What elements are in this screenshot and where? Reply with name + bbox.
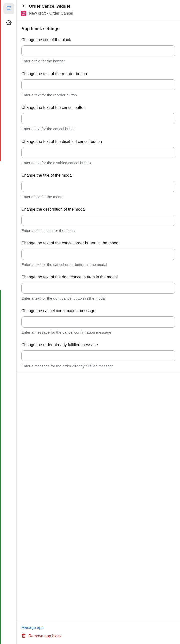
- sidebar-item-settings[interactable]: [3, 18, 14, 29]
- field-help: Enter a message for the cancel confirmat…: [21, 330, 175, 335]
- field-reorder-button-text: Change the text of the reorder button En…: [21, 71, 175, 98]
- field-modal-title: Change the title of the modal Enter a ti…: [21, 172, 175, 199]
- remove-app-block-button[interactable]: Remove app block: [21, 633, 175, 639]
- block-title-input[interactable]: [21, 45, 175, 56]
- left-sidebar: [1, 0, 17, 644]
- field-already-fulfilled-message: Change the order already fulfilled messa…: [21, 342, 175, 369]
- panel-header: Order Cancel widget new craft New craft …: [17, 0, 180, 20]
- field-label: Change the description of the modal: [21, 206, 175, 212]
- manage-app-link[interactable]: Manage app: [21, 625, 175, 630]
- chevron-left-icon: [21, 4, 26, 9]
- section-icon: [6, 5, 12, 12]
- reorder-button-text-input[interactable]: [21, 79, 175, 90]
- field-label: Change the text of the reorder button: [21, 71, 175, 77]
- cancel-confirmation-message-input[interactable]: [21, 316, 175, 328]
- page-title: Order Cancel widget: [29, 4, 70, 9]
- field-label: Change the text of the disabled cancel b…: [21, 139, 175, 145]
- modal-dont-cancel-text-input[interactable]: [21, 283, 175, 294]
- svg-rect-0: [7, 7, 11, 9]
- field-label: Change the text of the cancel order butt…: [21, 240, 175, 246]
- field-help: Enter a text for the reorder button: [21, 92, 175, 98]
- field-label: Change the title of the modal: [21, 172, 175, 178]
- divider: [17, 372, 180, 372]
- app-name: New craft - Order Cancel: [29, 11, 73, 16]
- section-title: App block settings: [21, 26, 175, 31]
- field-help: Enter a title for the modal: [21, 194, 175, 199]
- field-modal-cancel-order-text: Change the text of the cancel order butt…: [21, 240, 175, 267]
- main-panel: Order Cancel widget new craft New craft …: [17, 0, 180, 644]
- settings-content: App block settings Change the title of t…: [17, 20, 180, 621]
- field-label: Change the text of the dont cancel butto…: [21, 274, 175, 280]
- modal-title-input[interactable]: [21, 181, 175, 192]
- field-label: Change the text of the cancel button: [21, 105, 175, 111]
- back-button[interactable]: [21, 4, 26, 9]
- panel-footer: Manage app Remove app block: [17, 621, 180, 644]
- sidebar-item-sections[interactable]: [3, 3, 14, 14]
- cancel-button-text-input[interactable]: [21, 113, 175, 124]
- field-help: Enter a message for the order already fu…: [21, 363, 175, 369]
- field-disabled-cancel-button-text: Change the text of the disabled cancel b…: [21, 139, 175, 165]
- field-help: Enter a description for the modal: [21, 228, 175, 233]
- field-modal-dont-cancel-text: Change the text of the dont cancel butto…: [21, 274, 175, 301]
- field-cancel-button-text: Change the text of the cancel button Ent…: [21, 105, 175, 132]
- field-label: Change the order already fulfilled messa…: [21, 342, 175, 348]
- field-help: Enter a text for the disabled cancel but…: [21, 160, 175, 165]
- field-modal-description: Change the description of the modal Ente…: [21, 206, 175, 233]
- field-help: Enter a title for the banner: [21, 58, 175, 64]
- svg-point-3: [8, 22, 10, 23]
- modal-description-input[interactable]: [21, 215, 175, 226]
- app-logo-icon: new craft: [21, 11, 26, 16]
- already-fulfilled-message-input[interactable]: [21, 350, 175, 361]
- modal-cancel-order-text-input[interactable]: [21, 249, 175, 260]
- field-cancel-confirmation-message: Change the cancel confirmation message E…: [21, 308, 175, 335]
- remove-app-block-label: Remove app block: [28, 634, 62, 638]
- field-help: Enter a text for the cancel order button…: [21, 262, 175, 267]
- field-help: Enter a text for the cancel button: [21, 126, 175, 132]
- disabled-cancel-button-text-input[interactable]: [21, 147, 175, 158]
- gear-icon: [6, 20, 12, 26]
- field-label: Change the title of the block: [21, 37, 175, 43]
- field-help: Enter a text for the dont cancel button …: [21, 296, 175, 301]
- field-block-title: Change the title of the block Enter a ti…: [21, 37, 175, 64]
- field-label: Change the cancel confirmation message: [21, 308, 175, 314]
- trash-icon: [21, 633, 26, 639]
